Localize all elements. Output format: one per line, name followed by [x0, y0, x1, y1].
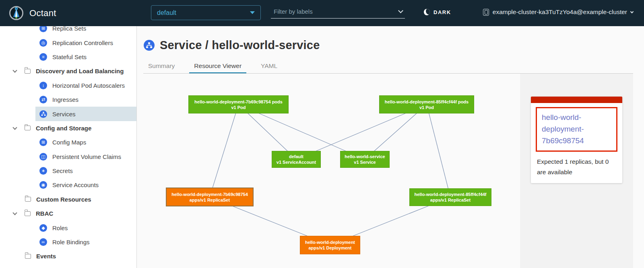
pvc-icon: ◫ — [39, 153, 47, 161]
status-card-title-box: hello-world-deployment-7b69c98754 — [536, 107, 617, 152]
chevron-down-icon[interactable] — [12, 68, 17, 73]
node-title: hello-world-deployment-7b69c98754 — [171, 192, 248, 197]
sidebar-item-label: Replication Controllers — [52, 39, 113, 46]
graph-node-replicaset1[interactable]: hello-world-deployment-7b69c98754apps/v1… — [166, 188, 254, 206]
tab-resource-viewer[interactable]: Resource Viewer — [189, 60, 246, 74]
tab-bar: SummaryResource ViewerYAML — [143, 60, 292, 74]
sidebar-item-label: Config and Storage — [36, 125, 91, 132]
graph-node-pod2[interactable]: hello-world-deployment-85ff4cf44f podsv1… — [379, 95, 474, 113]
node-apiversion-kind: v1 Service — [354, 159, 376, 165]
tab-summary[interactable]: Summary — [143, 60, 180, 74]
graph-node-service[interactable]: hello-world-servicev1 Service — [340, 151, 390, 168]
sidebar-item-label: Role Bindings — [52, 239, 90, 245]
status-card: hello-world-deployment-7b69c98754 Expect… — [531, 97, 622, 183]
caret-down-icon — [250, 11, 255, 14]
status-card-resource-link[interactable]: hello-world-deployment-7b69c98754 — [542, 113, 584, 145]
graph-edge-pod1-replicaset1 — [210, 105, 239, 197]
sidebar-item-label: Discovery and Load Balancing — [36, 68, 124, 74]
sidebar-item-config-and-storage[interactable]: Config and Storage — [0, 121, 136, 135]
sidebar-item-label: Secrets — [52, 167, 73, 174]
sidebar-item-replica-sets[interactable]: ⊞Replica Sets — [35, 26, 136, 35]
sidebar-item-label: Replica Sets — [52, 26, 86, 32]
sidebar-item-replication-controllers[interactable]: ◎Replication Controllers — [35, 35, 136, 49]
label-filter-placeholder: Filter by labels — [274, 8, 313, 15]
node-apiversion-kind: apps/v1 Deployment — [309, 245, 352, 251]
sidebar-item-stateful-sets[interactable]: ≡Stateful Sets — [35, 50, 136, 64]
graph-node-pod1[interactable]: hello-world-deployment-7b69c98754 podsv1… — [188, 95, 289, 113]
sidebar-item-label: Stateful Sets — [52, 54, 87, 60]
sidebar-item-discovery-and-load-balancing[interactable]: Discovery and Load Balancing — [0, 64, 136, 78]
sidebar-item-label: Events — [36, 253, 56, 260]
folder-icon — [25, 254, 31, 259]
sidebar-nav: ⊞Replica Sets◎Replication Controllers≡St… — [0, 26, 137, 268]
sidebar-item-persistent-volume-claims[interactable]: ◫Persistent Volume Claims — [35, 150, 136, 164]
hpa-icon: ↕ — [39, 82, 47, 89]
chevron-down-icon[interactable] — [12, 125, 17, 130]
sidebar-item-services[interactable]: Services — [35, 107, 136, 121]
octant-logo-icon — [9, 6, 24, 21]
graph-node-deployment[interactable]: hello-world-deploymentapps/v1 Deployment — [300, 236, 360, 254]
sidebar-item-horizontal-pod-autoscalers[interactable]: ↕Horizontal Pod Autoscalers — [35, 78, 136, 93]
secret-icon: ∗ — [39, 167, 47, 175]
node-title: hello-world-deployment — [305, 239, 355, 245]
sidebar-item-label: Roles — [52, 225, 68, 231]
sidebar-item-events[interactable]: Events — [0, 249, 136, 263]
folder-icon — [25, 197, 31, 202]
sidebar-item-rbac[interactable]: RBAC — [0, 206, 136, 221]
resource-graph: hello-world-deployment-7b69c98754 podsv1… — [137, 74, 520, 268]
cluster-context-icon — [483, 9, 489, 16]
dark-theme-toggle[interactable]: DARK — [424, 9, 451, 15]
graph-node-replicaset2[interactable]: hello-world-deployment-85ff4cf44fapps/v1… — [409, 188, 491, 206]
sidebar-item-label: Services — [52, 111, 76, 118]
brand: Octant — [9, 6, 56, 21]
sidebar-item-secrets[interactable]: ∗Secrets — [35, 164, 136, 178]
sidebar-item-label: Config Maps — [52, 139, 86, 146]
node-apiversion-kind: apps/v1 ReplicaSet — [190, 197, 230, 203]
sidebar-item-roles[interactable]: ◆Roles — [35, 221, 136, 235]
folder-icon — [25, 69, 31, 74]
context-selector[interactable]: example-cluster-ka3TuTzYo4a@example-clus… — [483, 8, 633, 16]
service-icon — [144, 40, 155, 51]
page-title-row: Service / hello-world-service — [144, 39, 320, 52]
node-apiversion-kind: v1 Pod — [231, 105, 246, 110]
service-icon — [39, 110, 47, 118]
moon-icon — [424, 9, 430, 15]
sidebar-item-ingresses[interactable]: ⇄Ingresses — [35, 93, 136, 107]
sidebar-item-role-bindings[interactable]: ∞Role Bindings — [35, 235, 136, 249]
sidebar-item-custom-resources[interactable]: Custom Resources — [0, 192, 136, 206]
dark-theme-label: DARK — [433, 9, 451, 15]
replicaset-icon: ⊞ — [39, 26, 47, 32]
namespace-dropdown[interactable]: default — [151, 5, 261, 20]
chevron-down-icon[interactable] — [12, 211, 17, 215]
sidebar-item-label: Horizontal Pod Autoscalers — [52, 82, 125, 89]
page-title: Service / hello-world-service — [160, 39, 320, 52]
node-title: hello-world-service — [345, 154, 385, 159]
status-card-body: hello-world-deployment-7b69c98754 Expect… — [531, 103, 622, 183]
status-card-error-bar — [531, 97, 622, 103]
sidebar-item-config-maps[interactable]: ⊞Config Maps — [35, 135, 136, 149]
chevron-down-icon — [630, 10, 634, 13]
ingress-icon: ⇄ — [39, 96, 47, 103]
graph-node-serviceaccount[interactable]: defaultv1 ServiceAccount — [272, 151, 321, 168]
node-title: hello-world-deployment-85ff4cf44f — [414, 192, 486, 197]
tab-yaml[interactable]: YAML — [256, 60, 282, 74]
label-filter-input[interactable]: Filter by labels — [271, 6, 405, 19]
chevron-down-icon — [398, 8, 403, 13]
configmap-icon: ⊞ — [39, 138, 47, 146]
node-title: hello-world-deployment-85ff4cf44f pods — [385, 99, 469, 105]
graph-edge-pod2-replicaset2 — [427, 105, 450, 198]
sidebar-item-label: Service Accounts — [52, 181, 99, 188]
app-title: Octant — [29, 8, 56, 19]
serviceaccount-icon: ◉ — [39, 181, 47, 189]
sidebar-item-label: Custom Resources — [36, 196, 91, 203]
node-apiversion-kind: v1 Pod — [419, 105, 434, 110]
folder-icon — [25, 211, 31, 216]
context-value: example-cluster-ka3TuTzYo4a@example-clus… — [493, 8, 627, 16]
sidebar-item-label: Persistent Volume Claims — [52, 153, 121, 160]
node-title: default — [289, 154, 303, 159]
folder-icon — [25, 126, 31, 130]
status-card-message: Expected 1 replicas, but 0 are available — [536, 157, 617, 177]
node-apiversion-kind: apps/v1 ReplicaSet — [430, 197, 471, 203]
sidebar-item-service-accounts[interactable]: ◉Service Accounts — [35, 178, 136, 192]
namespace-value: default — [157, 9, 176, 16]
